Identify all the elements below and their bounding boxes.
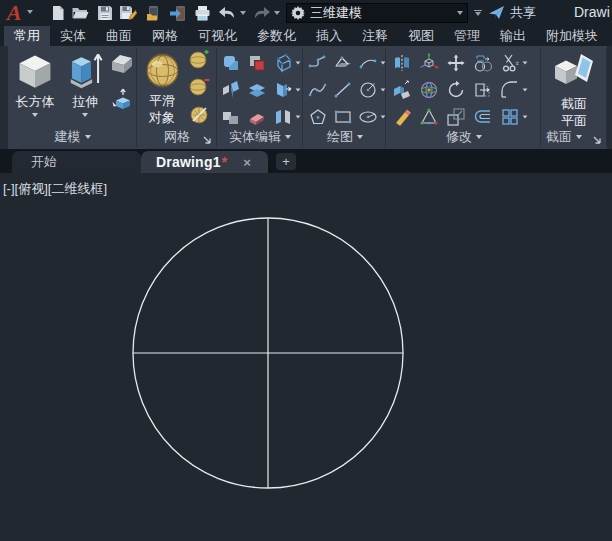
fillet-button[interactable] xyxy=(500,76,531,103)
ellipse-arrow-icon[interactable] xyxy=(381,115,386,118)
ribbon-tab-visualize[interactable]: 可视化 xyxy=(188,26,247,46)
ribbon-tab-bar: 常用 实体 曲面 网格 可视化 参数化 插入 注释 视图 管理 输出 附加模块 xyxy=(0,26,612,46)
circle-button[interactable] xyxy=(358,76,387,103)
autocad-logo-icon[interactable]: A xyxy=(3,2,25,24)
slice-button[interactable] xyxy=(221,76,247,103)
arc-button[interactable] xyxy=(358,49,387,76)
workspace-switcher[interactable]: 三维建模 xyxy=(286,3,468,23)
file-tab-start[interactable]: 开始 xyxy=(12,151,141,173)
new-file-button[interactable] xyxy=(49,4,67,22)
open-file-button[interactable] xyxy=(71,4,89,22)
polyline-3d-button[interactable] xyxy=(333,49,358,76)
thicken-button[interactable] xyxy=(247,76,273,103)
polyline-button[interactable] xyxy=(308,49,333,76)
extrude-button[interactable]: 拉伸 xyxy=(62,52,108,117)
mirror-button[interactable] xyxy=(392,49,419,76)
save-as-button[interactable] xyxy=(119,4,137,22)
circle-arrow-icon[interactable] xyxy=(381,88,386,91)
ribbon-tab-view[interactable]: 视图 xyxy=(398,26,444,46)
ribbon-tab-output[interactable]: 输出 xyxy=(490,26,536,46)
polysolid-button[interactable] xyxy=(110,52,134,76)
ribbon-tab-annotate[interactable]: 注释 xyxy=(352,26,398,46)
workspace-dropdown-arrow-icon[interactable] xyxy=(457,11,463,15)
ribbon-tab-mesh[interactable]: 网格 xyxy=(142,26,188,46)
open-from-web-button[interactable] xyxy=(144,4,162,22)
extract-edges-button[interactable] xyxy=(273,49,303,76)
ribbon-tab-manage[interactable]: 管理 xyxy=(444,26,490,46)
close-tab-icon[interactable]: × xyxy=(239,155,255,170)
subtract-button[interactable] xyxy=(247,49,273,76)
separate-button[interactable] xyxy=(273,103,303,130)
file-tab-drawing1[interactable]: Drawing1* × xyxy=(141,151,268,173)
plot-button[interactable] xyxy=(193,4,211,22)
union-button[interactable] xyxy=(221,49,247,76)
undo-button[interactable] xyxy=(217,4,239,22)
rotate-button[interactable] xyxy=(446,76,473,103)
extract-edges-arrow-icon[interactable] xyxy=(296,61,301,64)
line-button[interactable] xyxy=(333,76,358,103)
redo-button[interactable] xyxy=(250,4,272,22)
fillet-icon xyxy=(500,80,520,100)
array-button[interactable] xyxy=(419,103,446,130)
rectangle-button[interactable] xyxy=(333,103,358,130)
fillet-arrow-icon[interactable] xyxy=(523,88,528,91)
ribbon-tab-solid[interactable]: 实体 xyxy=(50,26,96,46)
new-drawing-tab-button[interactable]: + xyxy=(276,153,296,170)
ribbon-tab-parametric[interactable]: 参数化 xyxy=(247,26,306,46)
panel-solid-editing: 实体编辑 xyxy=(217,46,303,149)
erase-button[interactable] xyxy=(392,103,419,130)
copy-button[interactable] xyxy=(473,49,500,76)
explode-button[interactable] xyxy=(392,76,419,103)
extrude-faces-button[interactable] xyxy=(273,76,303,103)
autocad-window: A xyxy=(0,0,612,541)
box-button[interactable]: 长方体 xyxy=(10,52,60,117)
panel-label-solid-editing[interactable]: 实体编辑 xyxy=(217,128,303,146)
box-dropdown-arrow-icon[interactable] xyxy=(32,113,38,117)
move-3d-button[interactable] xyxy=(419,49,446,76)
rotate-3d-button[interactable] xyxy=(419,76,446,103)
stretch-button[interactable] xyxy=(473,76,500,103)
panel-mesh-launcher-icon[interactable] xyxy=(202,135,212,145)
trim-arrow-icon[interactable] xyxy=(523,61,528,64)
move-button[interactable] xyxy=(446,49,473,76)
panel-label-modify[interactable]: 修改 xyxy=(387,128,541,146)
refine-mesh-button[interactable] xyxy=(189,104,210,125)
panel-label-draw[interactable]: 绘图 xyxy=(304,128,386,146)
save-to-web-button[interactable] xyxy=(168,4,186,22)
separate-arrow-icon[interactable] xyxy=(296,115,301,118)
trim-button[interactable] xyxy=(500,49,531,76)
ribbon-tab-home[interactable]: 常用 xyxy=(4,26,50,46)
offset-button[interactable] xyxy=(473,103,500,130)
app-menu-arrow-icon[interactable] xyxy=(27,10,33,14)
clean-button[interactable] xyxy=(247,103,273,130)
arc-arrow-icon[interactable] xyxy=(381,61,386,64)
panel-section-launcher-icon[interactable] xyxy=(592,135,602,145)
presspull-button[interactable] xyxy=(110,88,134,110)
spline-button[interactable] xyxy=(308,76,333,103)
trim-scissors-icon xyxy=(500,53,520,73)
ribbon-tab-surface[interactable]: 曲面 xyxy=(96,26,142,46)
array-options-arrow-icon[interactable] xyxy=(523,115,528,118)
save-button[interactable] xyxy=(96,4,114,22)
ellipse-icon xyxy=(358,107,378,127)
smooth-object-button[interactable]: 平滑 对象 xyxy=(139,52,185,126)
smooth-more-button[interactable] xyxy=(189,50,210,71)
interfere-button[interactable] xyxy=(221,103,247,130)
section-plane-button[interactable]: 截面 平面 xyxy=(548,52,600,129)
undo-history-arrow-icon[interactable] xyxy=(240,11,246,15)
array-options-button[interactable] xyxy=(500,103,531,130)
qat-customize-button[interactable] xyxy=(470,4,486,22)
ribbon-tab-addins[interactable]: 附加模块 xyxy=(536,26,608,46)
drawing-canvas[interactable]: [-][俯视][二维线框] xyxy=(0,173,612,541)
redo-history-arrow-icon[interactable] xyxy=(274,11,280,15)
ribbon-tab-insert[interactable]: 插入 xyxy=(306,26,352,46)
smooth-less-button[interactable] xyxy=(189,77,210,98)
share-button[interactable]: 共享 xyxy=(488,3,536,23)
ellipse-button[interactable] xyxy=(358,103,387,130)
scale-button[interactable] xyxy=(446,103,473,130)
extrude-faces-arrow-icon[interactable] xyxy=(296,88,301,91)
panel-label-modeling[interactable]: 建模 xyxy=(8,128,137,146)
extrude-dropdown-arrow-icon[interactable] xyxy=(82,113,88,117)
polygon-button[interactable] xyxy=(308,103,333,130)
subtract-icon xyxy=(247,53,267,73)
